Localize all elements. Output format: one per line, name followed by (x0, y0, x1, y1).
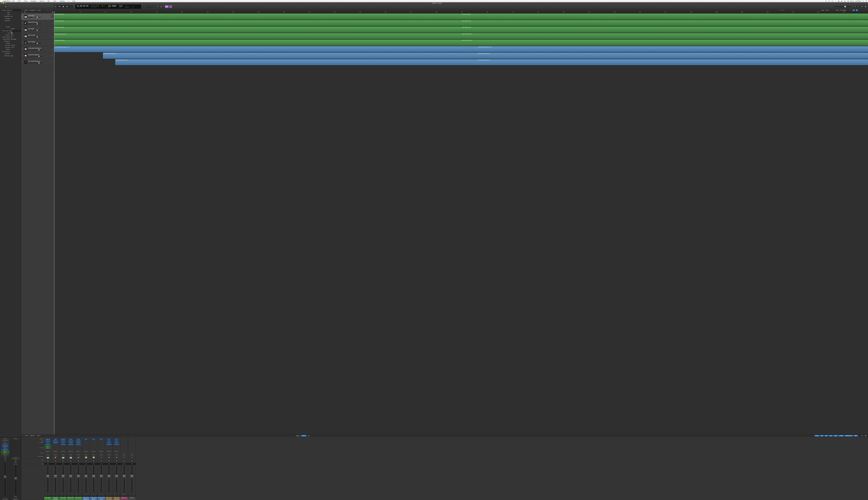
fx-slot[interactable]: Channel EQ (60, 444, 67, 445)
mute-button[interactable]: M (28, 23, 30, 24)
fx-slot[interactable]: Overdrive (75, 442, 82, 444)
channel-fader[interactable] (75, 465, 82, 493)
lcd-bars[interactable]: 1 1 1 1 (91, 5, 99, 7)
inspector-row[interactable]: Quantize ◂off (0, 15, 21, 18)
region[interactable]: 70s Choral Riff Layers ⊙⊙ (115, 59, 477, 65)
tool-pencil[interactable]: ✎ (47, 10, 48, 11)
output-slot[interactable]: Stereo Out (113, 451, 120, 452)
record-enable-button[interactable]: R (32, 43, 33, 44)
tool-pointer2[interactable]: ↖ ▾ (780, 10, 782, 11)
solo-button[interactable]: S (30, 49, 31, 50)
inspector-row[interactable]: Key Limit:C-2 G8 (0, 44, 21, 46)
track-pan-knob[interactable] (51, 22, 54, 24)
fx-slot[interactable]: Chorus (113, 440, 120, 442)
window-close-button[interactable] (1, 3, 2, 4)
inspector-track-header[interactable]: ▼Track: Jazz Organ (0, 30, 21, 32)
send-slot[interactable]: Bus 1 (44, 445, 51, 447)
channel-fader[interactable] (98, 465, 105, 493)
spotlight-icon[interactable]: 🔍 (862, 0, 864, 2)
solo-button[interactable]: S (56, 495, 59, 497)
list-editors-button[interactable]: ☰ (854, 5, 857, 8)
menu-track[interactable]: Track (24, 0, 27, 2)
rewind-button[interactable]: ⏮ (54, 5, 58, 8)
tool-pointer-icon[interactable]: ↖ (22, 10, 23, 11)
tool-pointer[interactable]: ↖ (45, 10, 46, 11)
inspector-row[interactable]: Q-Swing: (0, 18, 21, 20)
mixer-narrow-button[interactable]: ▥ (861, 435, 863, 436)
fx-slot[interactable]: Compressor (44, 440, 51, 442)
output-slot[interactable]: Stereo Out (52, 451, 59, 452)
mixer-wide-button[interactable]: ▦ (865, 435, 867, 436)
mixer-menu-edit[interactable]: Edit ▾ (25, 435, 28, 436)
channel-name[interactable]: 2-Step Push Beat 01 (90, 497, 98, 500)
master-volume-badge[interactable]: ◼34 (165, 5, 169, 8)
fx-slot[interactable]: Compressor (67, 440, 74, 442)
mixer-view-single[interactable]: Single (295, 435, 301, 436)
menu-mix[interactable]: Mix (48, 0, 50, 2)
fx-slot[interactable]: Channel EQ (44, 444, 51, 445)
channel-fader[interactable] (67, 465, 75, 493)
track-header[interactable]: 2🎸Classical AcousticMSR (21, 20, 54, 26)
track-pan-knob[interactable] (51, 41, 54, 44)
pan-knob[interactable] (46, 459, 49, 463)
inspector-row[interactable]: No Reset: (0, 53, 21, 55)
track-pan-knob[interactable] (51, 61, 54, 64)
inspector-row[interactable]: Loop: (0, 13, 21, 15)
waveform-zoom-button[interactable]: 〜 (865, 9, 867, 11)
fx-slot[interactable]: Channel EQ (113, 444, 120, 445)
window-zoom-button[interactable] (4, 3, 5, 4)
track-pan-knob[interactable] (51, 54, 54, 57)
region[interactable]: 2-Step Ahead Strings (461, 39, 868, 46)
channel-name[interactable]: 70s Choral Riff Layers (98, 497, 105, 500)
channel-fader[interactable] (44, 465, 52, 493)
notes-button[interactable]: ⌂ (169, 5, 172, 8)
region[interactable]: 2-Step Ahead Organ (461, 26, 868, 33)
mute-button[interactable]: M (28, 56, 30, 57)
output-slot[interactable]: Stereo Out (90, 451, 97, 452)
inspector-row[interactable]: ▸ More (0, 28, 21, 30)
region[interactable]: 2-Step Ahead Bass (54, 13, 461, 20)
duplicate-track-button[interactable]: ⧉ (24, 11, 25, 13)
mixer-view-all[interactable]: All (307, 435, 311, 436)
output-slot[interactable]: Stereo Out (67, 451, 74, 452)
tool-automation[interactable]: ⟆ (50, 10, 51, 11)
record-enable-button[interactable]: R (32, 62, 33, 64)
region[interactable]: 2-Step Ahead Bass (461, 13, 868, 20)
lcd-tempo[interactable]: 135.0000 (108, 5, 116, 7)
region[interactable]: 2-Step Ahead Guitar (54, 20, 461, 26)
inspector-row[interactable]: - : (0, 22, 21, 24)
region[interactable]: 70s Choral Riff Layers ⊙⊙ (477, 59, 868, 65)
track-header[interactable]: 6🥁2-Step Back Flip Beat 01MSRI (21, 46, 54, 53)
mute-button[interactable]: M (28, 49, 30, 50)
mixer-filter-bus[interactable]: Bus (829, 435, 833, 436)
replace-mode-button[interactable]: ⊙ (144, 5, 146, 8)
mute-button[interactable]: M (28, 30, 30, 31)
lcd-sig[interactable]: 4/4 (119, 5, 122, 7)
mute-button[interactable]: M (121, 495, 124, 497)
track-header[interactable]: 1🎹Jazz OrganMSR (21, 13, 54, 20)
menubar-status-icon[interactable]: ⏏ (838, 0, 840, 2)
pan-knob[interactable] (77, 459, 80, 463)
channel-name[interactable]: Large Hall/ 3.9s Prince Hall One (113, 497, 120, 500)
inspector-row[interactable]: Velocity: (0, 26, 21, 28)
solo-button[interactable]: S (101, 495, 105, 497)
region[interactable]: ⟳ 2-Step Back Flip Beat 01 ⊙⊙ (54, 46, 477, 52)
mute-button[interactable]: M (28, 36, 30, 37)
region-lane[interactable]: 70s Choral Riff Layers ⊙⊙70s Choral Riff… (54, 59, 868, 66)
master-volume-slider[interactable] (834, 6, 851, 7)
fx-slot[interactable]: Channel EQ (52, 442, 59, 444)
automation-mode[interactable]: Read (54, 454, 57, 455)
mute-button[interactable]: M (128, 495, 132, 497)
automation-mode[interactable]: Read (123, 454, 125, 455)
mixer-filter-inst[interactable]: Inst (820, 435, 824, 436)
menubar-status-icon[interactable]: UR (847, 0, 849, 2)
mute-button[interactable]: M (90, 495, 94, 497)
library-button[interactable]: ? (1, 5, 4, 8)
region[interactable]: 2-Step Ahead Guitar (461, 20, 868, 26)
menu-file[interactable]: File (12, 0, 14, 2)
output-slot[interactable]: Stereo Out (83, 451, 89, 452)
channel-name[interactable]: Jazz Organ (44, 497, 52, 500)
mixer-view-tracks[interactable]: Tracks (301, 435, 307, 436)
record-enable-button[interactable]: R (32, 23, 33, 24)
pan-knob[interactable] (130, 459, 134, 463)
